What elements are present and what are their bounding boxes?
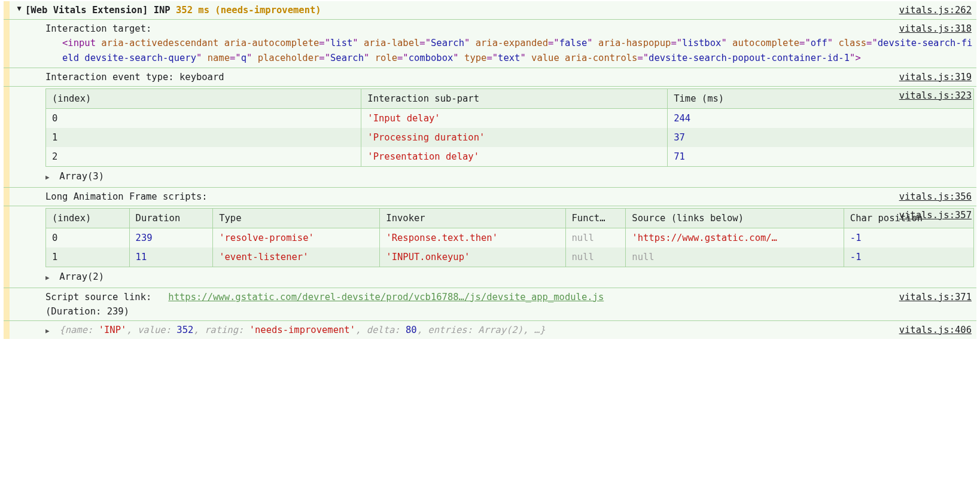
table-header[interactable]: (index)	[46, 88, 361, 108]
table-header[interactable]: Duration	[129, 208, 213, 228]
table-row[interactable]: 1'Processing duration'37	[46, 128, 974, 147]
disclosure-right-icon[interactable]: ▶	[45, 326, 54, 336]
source-link[interactable]: vitals.js:318	[899, 22, 972, 36]
disclosure-right-icon[interactable]: ▶	[45, 172, 54, 182]
disclosure-down-icon[interactable]: ▼	[13, 1, 25, 14]
table-row[interactable]: 111'event-listener''INPUT.onkeyup'nullnu…	[46, 248, 974, 267]
source-link[interactable]: vitals.js:323	[899, 88, 972, 103]
disclosure-right-icon[interactable]: ▶	[45, 273, 54, 283]
warn-gutter	[4, 288, 10, 320]
header-prefix: [Web Vitals Extension]	[25, 5, 148, 16]
source-link[interactable]: vitals.js:357	[899, 208, 972, 222]
interaction-target-label: Interaction target:	[45, 22, 974, 36]
table-header[interactable]: Invoker	[380, 208, 565, 228]
laf-label-text: Long Animation Frame scripts:	[45, 188, 976, 206]
interaction-target-markup: <input aria-activedescendant aria-autoco…	[62, 36, 974, 66]
event-type-text: Interaction event type: keyboard	[45, 68, 976, 86]
source-link[interactable]: vitals.js:406	[899, 323, 972, 337]
warn-gutter	[4, 1, 10, 19]
table-header[interactable]: Source (links below)	[626, 208, 844, 228]
script-source-label: Script source link:	[45, 292, 151, 302]
source-link[interactable]: vitals.js:356	[899, 190, 972, 204]
warn-gutter	[4, 188, 10, 206]
table-header[interactable]: Type	[213, 208, 380, 228]
warn-gutter	[4, 87, 10, 187]
console-entry-header: ▼ [Web Vitals Extension] INP 352 ms (nee…	[4, 1, 976, 19]
console-entry-table2: ▶ (index)DurationTypeInvokerFunct…Source…	[4, 206, 976, 288]
warn-gutter	[4, 20, 10, 68]
array-footer[interactable]: Array(3)	[59, 171, 104, 182]
array-footer[interactable]: Array(2)	[59, 271, 104, 282]
table-header[interactable]: Funct…	[565, 208, 626, 228]
console-entry-laf-label: ▶ Long Animation Frame scripts: vitals.j…	[4, 187, 976, 206]
source-link[interactable]: vitals.js:319	[899, 70, 972, 84]
object-preview[interactable]: {name: 'INP', value: 352, rating: 'needs…	[59, 325, 545, 335]
console-entry-interaction-target: ▶ Interaction target: <input aria-active…	[4, 19, 976, 68]
console-entry-script-source: ▶ Script source link: https://www.gstati…	[4, 288, 976, 320]
warn-gutter	[4, 68, 10, 86]
header-status: (needs-improvement)	[215, 5, 321, 16]
table-header[interactable]: Interaction sub-part	[361, 88, 668, 108]
console-entry-event-type: ▶ Interaction event type: keyboard vital…	[4, 68, 976, 86]
table-row[interactable]: 0239'resolve-promise''Response.text.then…	[46, 228, 974, 248]
console-entry-object: ▶ ▶ {name: 'INP', value: 352, rating: 'n…	[4, 320, 976, 339]
script-source-url[interactable]: https://www.gstatic.com/devrel-devsite/p…	[168, 292, 604, 302]
console-panel: ▼ [Web Vitals Extension] INP 352 ms (nee…	[0, 0, 980, 343]
script-source-duration: (Duration: 239)	[45, 304, 974, 319]
header-value: 352 ms	[176, 5, 209, 16]
header-metric: INP	[154, 5, 171, 16]
table-row[interactable]: 2'Presentation delay'71	[46, 147, 974, 167]
laf-scripts-table: (index)DurationTypeInvokerFunct…Source (…	[45, 208, 974, 267]
console-entry-table1-src: ▶ (index)Interaction sub-partTime (ms) 0…	[4, 86, 976, 187]
source-link[interactable]: vitals.js:371	[899, 290, 972, 304]
source-link[interactable]: vitals.js:262	[899, 3, 972, 17]
interaction-subpart-table: (index)Interaction sub-partTime (ms) 0'I…	[45, 88, 974, 167]
warn-gutter	[4, 321, 10, 339]
warn-gutter	[4, 206, 10, 288]
table-row[interactable]: 0'Input delay'244	[46, 108, 974, 128]
table-header[interactable]: (index)	[46, 208, 130, 228]
